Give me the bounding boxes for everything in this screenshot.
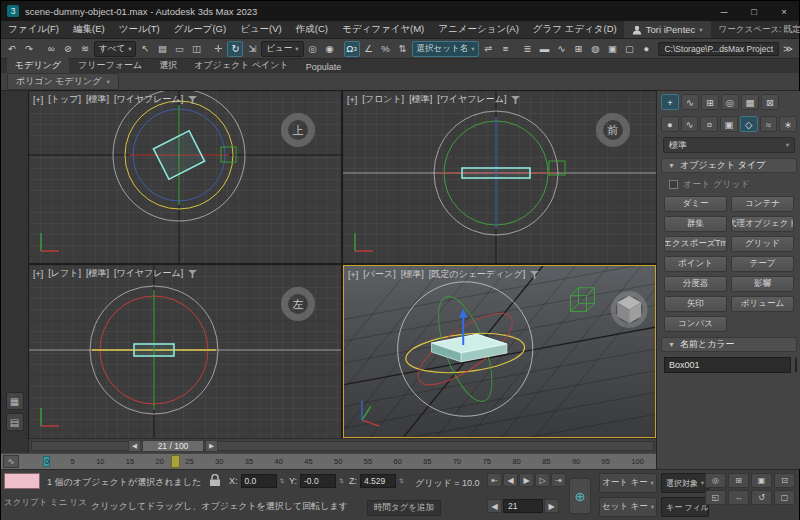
viewport-menu-standard[interactable]: [標準] (401, 268, 424, 281)
ribbon-tab-object-paint[interactable]: オブジェクト ペイント (186, 58, 297, 73)
orbit-icon[interactable]: ↺ (751, 490, 772, 505)
influence-button[interactable]: 影響 (731, 276, 794, 292)
helper-category-dropdown[interactable]: 標準 ▾ (663, 137, 795, 153)
utilities-panel-icon[interactable]: ⊠ (761, 94, 779, 110)
zoom-extents-icon[interactable]: ▣ (751, 473, 772, 488)
mirror-icon[interactable]: ⇌ (480, 41, 496, 57)
hierarchy-panel-icon[interactable]: ⊞ (701, 94, 719, 110)
dummy-helper[interactable] (571, 288, 595, 312)
viewport-filter-icon[interactable] (530, 271, 539, 279)
motion-panel-icon[interactable]: ◎ (721, 94, 739, 110)
display-panel-icon[interactable]: ▦ (741, 94, 759, 110)
set-key-button[interactable]: セット キー ▾ (599, 497, 657, 517)
select-and-manipulate-icon[interactable]: ◉ (322, 41, 338, 57)
selected-object[interactable] (462, 168, 530, 178)
zoom-extents-all-icon[interactable]: ⊡ (774, 473, 795, 488)
window-crossing-icon[interactable]: ◫ (188, 41, 204, 57)
maxscript-mini-listener[interactable] (4, 473, 40, 489)
modify-panel-icon[interactable]: ∿ (681, 94, 699, 110)
previous-frame-arrow[interactable]: ◀ (128, 440, 141, 452)
viewport-menu-standard[interactable]: [標準] (86, 267, 109, 280)
use-pivot-center-icon[interactable]: ◎ (305, 41, 321, 57)
viewport-filter-icon[interactable] (188, 270, 197, 278)
selected-object[interactable] (431, 334, 507, 362)
volume-button[interactable]: ボリューム (731, 296, 794, 312)
material-editor-icon[interactable]: ◍ (587, 41, 603, 57)
viewport-top[interactable]: [+] [トップ] [標準] [ワイヤフレーム] 上 (29, 91, 341, 263)
mini-curve-editor-button[interactable]: ∿ (3, 455, 19, 468)
menu-modifiers[interactable]: モディファイヤ(M) (335, 21, 431, 38)
y-value-field[interactable]: -0.0 (300, 474, 336, 488)
ribbon-tab-selection[interactable]: 選択 (151, 58, 185, 73)
previous-frame-button[interactable]: ◀ (503, 473, 518, 487)
next-frame-arrow[interactable]: ▶ (205, 440, 218, 452)
track-bar[interactable]: ∿ 0 5 10 15 20 25 30 35 40 45 50 55 60 6… (1, 453, 656, 469)
viewport-menu-pov[interactable]: [フロント] (362, 93, 404, 106)
protractor-button[interactable]: 分度器 (664, 276, 727, 292)
menu-group[interactable]: グループ(G) (167, 21, 233, 38)
align-icon[interactable]: ≡ (497, 41, 513, 57)
create-panel-icon[interactable]: + (661, 94, 679, 110)
viewport-menu-shading[interactable]: [ワイヤフレーム] (437, 93, 506, 106)
viewport-menu-general[interactable]: [+] (348, 270, 358, 280)
selection-filter-dropdown[interactable]: すべて ▾ (94, 41, 136, 57)
object-name-input[interactable] (664, 357, 791, 373)
curve-editor-icon[interactable]: ∿ (553, 41, 569, 57)
select-and-link-icon[interactable]: ∞ (43, 41, 59, 57)
time-slider-handle[interactable]: 21 / 100 (142, 440, 204, 452)
ribbon-toggle-icon[interactable]: ▬ (536, 41, 552, 57)
spinner-icon[interactable]: ⇅ (399, 478, 404, 484)
viewport-menu-general[interactable]: [+] (347, 95, 357, 105)
viewcube-top[interactable]: 上 (281, 113, 315, 147)
frame-back-button[interactable]: ◀ (487, 499, 502, 513)
viewcube-left[interactable]: 左 (281, 287, 315, 321)
cameras-category-icon[interactable]: ▣ (720, 116, 738, 132)
ribbon-tab-modeling[interactable]: モデリング (7, 58, 69, 73)
project-folder-field[interactable]: C:\Storage\P...dsMax Project (658, 42, 779, 56)
expose-tm-button[interactable]: エクスポーズTm (664, 236, 727, 252)
maximize-viewport-toggle-icon[interactable]: ▢ (774, 490, 795, 505)
render-setup-icon[interactable]: ▣ (604, 41, 620, 57)
viewport-menu-standard[interactable]: [標準] (86, 93, 109, 106)
delegate-button[interactable]: 代理オブジェクト (731, 216, 794, 232)
space-warps-category-icon[interactable]: ≈ (760, 116, 778, 132)
zoom-icon[interactable]: ◎ (705, 473, 726, 488)
render-icon[interactable]: ● (638, 41, 654, 57)
select-and-move-icon[interactable]: ✛ (210, 41, 226, 57)
point-button[interactable]: ポイント (664, 256, 727, 272)
redo-icon[interactable]: ↷ (21, 41, 37, 57)
viewport-menu-pov[interactable]: [パース] (363, 268, 395, 281)
select-object-icon[interactable]: ↖ (137, 41, 153, 57)
toolbar-overflow-button[interactable]: ≫ (780, 41, 796, 57)
pan-icon[interactable]: ↔ (728, 490, 749, 505)
angle-snap-icon[interactable]: ∠ (361, 41, 377, 57)
selection-region-icon[interactable]: ▭ (171, 41, 187, 57)
grid-button[interactable]: グリッド (731, 236, 794, 252)
minimize-button[interactable]: ─ (709, 1, 739, 21)
play-button[interactable]: ▶ (519, 473, 534, 487)
crowd-button[interactable]: 群集 (664, 216, 727, 232)
viewport-menu-general[interactable]: [+] (33, 269, 43, 279)
viewport-menu-shading[interactable]: [ワイヤフレーム] (114, 267, 183, 280)
menu-views[interactable]: ビュー(V) (233, 21, 289, 38)
next-frame-button[interactable]: ▷ (535, 473, 550, 487)
select-and-rotate-icon[interactable]: ↻ (227, 41, 243, 57)
set-keys-button[interactable]: ⊕ (569, 478, 591, 514)
unlink-selection-icon[interactable]: ⊘ (60, 41, 76, 57)
container-button[interactable]: コンテナ (731, 196, 794, 212)
object-type-rollout[interactable]: ▼ オブジェクト タイプ (661, 158, 797, 173)
select-and-scale-icon[interactable]: ⇲ (244, 41, 260, 57)
tape-button[interactable]: テープ (731, 256, 794, 272)
zoom-region-icon[interactable]: ◱ (705, 490, 726, 505)
viewport-perspective-active[interactable]: [+] [パース] [標準] [既定のシェーディング] (343, 265, 656, 438)
workspace-selector[interactable]: ワークスペース: 既定値 ▾ (711, 24, 800, 36)
lights-category-icon[interactable]: ¤ (700, 116, 718, 132)
close-button[interactable]: × (769, 1, 799, 21)
reference-coordinate-dropdown[interactable]: ビュー ▾ (261, 41, 303, 57)
spinner-snap-icon[interactable]: ⇅ (395, 41, 411, 57)
undo-icon[interactable]: ↶ (4, 41, 20, 57)
systems-category-icon[interactable]: ∗ (779, 116, 797, 132)
go-to-start-button[interactable]: ⇤ (487, 473, 502, 487)
selected-object[interactable] (134, 344, 174, 356)
viewport-menu-pov[interactable]: [レフト] (48, 267, 81, 280)
